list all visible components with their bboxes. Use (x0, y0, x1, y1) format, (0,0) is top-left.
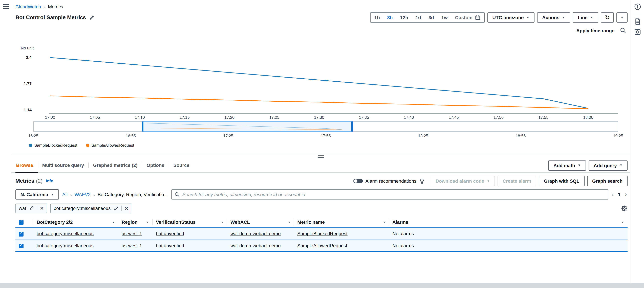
tab-multi-source-query[interactable]: Multi source query (38, 159, 88, 173)
cell-verificationstatus[interactable]: bot:unverified (156, 243, 184, 248)
filter-caret-icon[interactable]: ▼ (621, 221, 624, 224)
cell-metric-name[interactable]: SampleBlockedRequest (297, 231, 348, 236)
x-tick-label: 17:10 (135, 115, 145, 120)
info-link[interactable]: Info (46, 179, 53, 183)
chart-type-select[interactable]: Line ▼ (573, 13, 598, 23)
lightbulb-icon[interactable] (419, 178, 424, 184)
edit-token-icon[interactable] (29, 206, 34, 211)
alarm-recommendations-toggle[interactable] (354, 179, 363, 183)
time-range-3h[interactable]: 3h (384, 13, 396, 22)
search-input[interactable] (171, 189, 608, 200)
x-tick-label: 18:00 (583, 115, 593, 120)
documentation-icon[interactable] (634, 18, 641, 25)
series-line-SampleBlockedRequest (50, 58, 588, 108)
remove-token-icon[interactable]: × (40, 205, 44, 211)
refresh-button[interactable]: ↻ (601, 13, 614, 23)
cell-metric-name[interactable]: SampleAllowedRequest (297, 243, 347, 248)
filter-caret-icon[interactable]: ▼ (146, 221, 149, 224)
col-webacl[interactable]: WebACL ▼ (227, 217, 294, 228)
time-range-1h[interactable]: 1h (371, 13, 384, 22)
col-metric-name[interactable]: Metric name ▼ (294, 217, 389, 228)
graph-with-sql-button[interactable]: Graph with SQL (539, 176, 584, 186)
custom-range-label: Custom (455, 15, 472, 20)
legend-item-allowed[interactable]: SampleAllowedRequest (86, 143, 134, 148)
settings-gear-icon[interactable] (621, 205, 628, 211)
cell-webacl[interactable]: waf-demo-webacl-demo (230, 243, 281, 248)
col-botcategory[interactable]: BotCategory 2/2 ▲ (33, 217, 118, 228)
timezone-select[interactable]: UTC timezone ▼ (487, 13, 534, 23)
breadcrumb-wafv2-link[interactable]: WAFV2 (74, 192, 90, 197)
table-row[interactable]: bot:category:miscellaneous us-west-1 bot… (16, 240, 628, 251)
remove-token-icon[interactable]: × (125, 205, 128, 211)
edit-token-icon[interactable] (114, 206, 118, 211)
edit-title-icon[interactable] (89, 15, 94, 20)
refresh-options-button[interactable]: ▼ (616, 13, 628, 23)
brush-selection[interactable] (142, 121, 353, 131)
legend-dot (29, 144, 32, 147)
graph-search-button[interactable]: Graph search (587, 176, 628, 186)
bottom-scrollbar-area (0, 283, 644, 288)
resources-icon[interactable] (634, 28, 641, 36)
filter-caret-icon[interactable]: ▼ (221, 221, 224, 224)
panel-resize-handle[interactable] (318, 156, 324, 158)
breadcrumb-current: Metrics (48, 4, 63, 10)
tab-graphed-metrics[interactable]: Graphed metrics (2) (89, 159, 142, 173)
select-all-cell (16, 217, 33, 228)
cell-botcategory[interactable]: bot:category:miscellaneous (36, 231, 94, 236)
legend-label: SampleBlockedRequest (34, 143, 77, 148)
select-all-checkbox[interactable] (19, 220, 24, 225)
chevron-down-icon: ▼ (51, 193, 54, 196)
actions-menu-button[interactable]: Actions ▼ (537, 13, 570, 23)
brush-tick-label: 18:55 (516, 133, 526, 138)
cell-region[interactable]: us-west-1 (122, 231, 142, 236)
y-tick-label: 1.14 (24, 108, 32, 112)
create-alarm-button[interactable]: Create alarm (498, 176, 536, 186)
row-checkbox[interactable] (19, 232, 24, 236)
cell-region[interactable]: us-west-1 (122, 243, 142, 248)
brush-handle-left[interactable] (142, 121, 144, 131)
apply-time-range-button[interactable]: Apply time range (576, 28, 614, 33)
filter-caret-icon[interactable]: ▼ (383, 221, 386, 224)
tab-options[interactable]: Options (142, 159, 169, 173)
tab-source[interactable]: Source (169, 159, 194, 173)
add-query-button[interactable]: Add query ▼ (588, 160, 628, 170)
graph-with-sql-label: Graph with SQL (544, 178, 580, 184)
time-range-1w[interactable]: 1w (438, 13, 451, 22)
region-select[interactable]: N. California ▼ (16, 189, 59, 200)
time-range-3d[interactable]: 3d (425, 13, 438, 22)
col-alarms[interactable]: Alarms ▼ (389, 217, 628, 228)
cell-webacl[interactable]: waf-demo-webacl-demo (230, 231, 281, 236)
info-panel-icon[interactable] (634, 3, 641, 11)
table-row[interactable]: bot:category:miscellaneous us-west-1 bot… (16, 228, 628, 240)
cell-botcategory[interactable]: bot:category:miscellaneous (36, 243, 94, 248)
legend-item-blocked[interactable]: SampleBlockedRequest (29, 143, 77, 148)
time-range-custom[interactable]: Custom (451, 13, 484, 22)
col-verificationstatus[interactable]: VerificationStatus ▼ (152, 217, 227, 228)
zoom-out-icon[interactable] (620, 27, 626, 34)
cell-verificationstatus[interactable]: bot:unverified (156, 231, 184, 236)
x-tick-label: 17:45 (449, 115, 459, 120)
series-line-SampleAllowedRequest (50, 96, 588, 109)
filter-caret-icon[interactable]: ▼ (288, 221, 290, 224)
brush-tick-label: 16:25 (28, 133, 38, 138)
col-region[interactable]: Region ▼ (118, 217, 152, 228)
brush-handle-right[interactable] (352, 121, 353, 131)
time-brush[interactable] (33, 121, 618, 131)
sort-asc-icon[interactable]: ▲ (112, 221, 115, 224)
current-page[interactable]: 1 (618, 192, 620, 197)
prev-page-button[interactable]: ‹ (612, 191, 614, 198)
download-alarm-code-button[interactable]: Download alarm code ▼ (430, 176, 495, 186)
time-range-1d[interactable]: 1d (412, 13, 425, 22)
pagination: ‹ 1 › (612, 191, 628, 198)
breadcrumb-cloudwatch-link[interactable]: CloudWatch (16, 4, 41, 10)
chevron-down-icon: ▼ (590, 16, 593, 19)
menu-icon[interactable] (3, 4, 9, 10)
main-content: CloudWatch › Metrics Bot Control Sample … (12, 0, 630, 283)
add-math-button[interactable]: Add math ▼ (548, 160, 586, 170)
next-page-button[interactable]: › (625, 191, 627, 198)
breadcrumb-all-link[interactable]: All (62, 192, 68, 197)
tab-browse[interactable]: Browse (16, 159, 38, 173)
actions-label: Actions (542, 15, 560, 20)
time-range-12h[interactable]: 12h (396, 13, 412, 22)
row-checkbox[interactable] (19, 244, 24, 248)
